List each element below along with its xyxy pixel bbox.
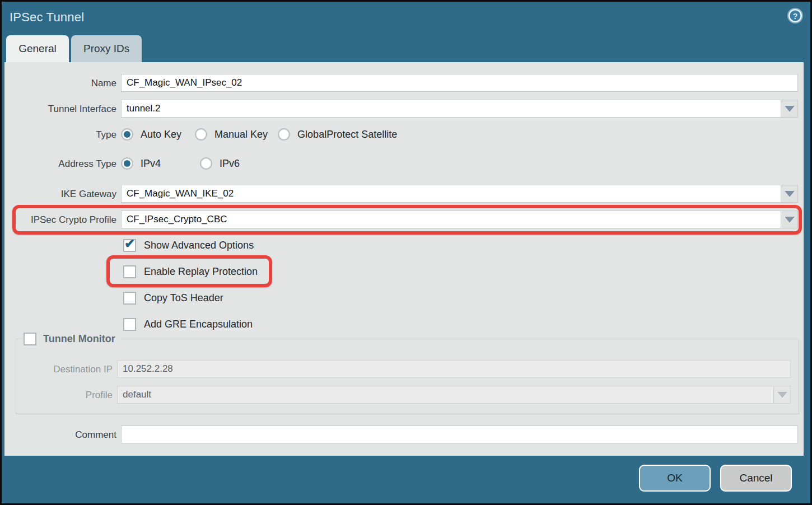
dialog-title: IPSec Tunnel — [10, 10, 801, 25]
show-advanced-options-checkbox[interactable] — [123, 239, 136, 252]
address-type-row: Address Type IPv4 IPv6 — [4, 156, 804, 171]
profile-input[interactable] — [118, 386, 773, 403]
comment-row: Comment — [4, 425, 804, 443]
manual-key-radio[interactable] — [195, 128, 207, 141]
ike-gateway-input[interactable] — [122, 185, 781, 202]
type-row: Type Auto Key Manual Key GlobalProtect S… — [4, 127, 804, 142]
address-type-label: Address Type — [4, 157, 116, 170]
tab-general[interactable]: General — [6, 35, 69, 62]
ike-gateway-field-box — [121, 185, 798, 203]
destination-ip-label: Destination IP — [16, 363, 113, 375]
auto-key-radio[interactable] — [121, 128, 133, 141]
type-option-manual-key: Manual Key — [195, 128, 268, 141]
add-gre-encapsulation: Add GRE Encapsulation — [123, 318, 253, 331]
destination-ip-field-box — [117, 360, 791, 378]
tunnel-interface-row: Tunnel Interface — [4, 100, 804, 118]
copy-tos-header-row: Copy ToS Header — [4, 290, 804, 306]
tunnel-monitor-fieldset: Tunnel Monitor Destination IP Profile — [16, 340, 799, 414]
tunnel-interface-field-box — [121, 100, 798, 118]
enable-replay-protection-checkbox[interactable] — [123, 265, 136, 278]
show-advanced-options: Show Advanced Options — [123, 239, 254, 252]
tunnel-interface-dropdown-button[interactable] — [781, 100, 797, 117]
name-input[interactable] — [122, 74, 797, 91]
cancel-button[interactable]: Cancel — [720, 465, 792, 492]
ipsec-crypto-profile-row: IPSec Crypto Profile — [4, 211, 804, 228]
ipsec-crypto-profile-dropdown-button[interactable] — [781, 211, 797, 228]
tunnel-monitor-label: Tunnel Monitor — [43, 333, 115, 345]
ike-gateway-row: IKE Gateway — [4, 185, 804, 203]
add-gre-encapsulation-row: Add GRE Encapsulation — [4, 316, 804, 332]
tunnel-monitor-legend: Tunnel Monitor — [16, 333, 799, 345]
profile-label: Profile — [16, 389, 113, 401]
show-advanced-options-row: Show Advanced Options — [4, 237, 804, 253]
show-advanced-options-label: Show Advanced Options — [144, 240, 254, 251]
ipsec-crypto-profile-field-box — [121, 211, 798, 228]
tunnel-interface-label: Tunnel Interface — [4, 102, 116, 115]
profile-row: Profile — [16, 386, 799, 404]
chevron-down-icon — [785, 191, 795, 197]
help-icon[interactable]: ? — [787, 7, 804, 24]
address-type-option-ipv6: IPv6 — [200, 157, 240, 170]
comment-input[interactable] — [122, 426, 797, 443]
enable-replay-protection: Enable Replay Protection — [123, 265, 258, 278]
chevron-down-icon — [785, 106, 795, 112]
name-row: Name — [4, 74, 804, 92]
comment-field-box — [121, 425, 798, 443]
dialog-titlebar: IPSec Tunnel ? — [2, 2, 810, 35]
add-gre-encapsulation-label: Add GRE Encapsulation — [144, 319, 253, 330]
type-option-auto-key: Auto Key — [121, 128, 181, 141]
address-type-option-ipv4: IPv4 — [121, 157, 161, 170]
auto-key-label: Auto Key — [141, 129, 181, 141]
comment-label: Comment — [4, 428, 116, 441]
ipv6-radio[interactable] — [200, 157, 212, 170]
copy-tos-header-label: Copy ToS Header — [144, 292, 223, 304]
profile-field-box — [117, 386, 791, 404]
dialog-tabs: General Proxy IDs — [2, 35, 810, 62]
tunnel-interface-input[interactable] — [122, 100, 781, 117]
general-tab-panel: Name Tunnel Interface Type — [4, 62, 804, 456]
ipv4-label: IPv4 — [141, 158, 161, 170]
globalprotect-satellite-radio[interactable] — [278, 128, 290, 141]
svg-text:?: ? — [793, 12, 798, 21]
chevron-down-icon — [777, 392, 787, 398]
add-gre-encapsulation-checkbox[interactable] — [123, 318, 136, 331]
ipv4-radio[interactable] — [121, 157, 133, 170]
chevron-down-icon — [785, 217, 795, 223]
enable-replay-protection-row: Enable Replay Protection — [4, 264, 804, 279]
enable-replay-protection-label: Enable Replay Protection — [144, 266, 258, 278]
type-label: Type — [4, 128, 116, 141]
type-option-globalprotect-satellite: GlobalProtect Satellite — [278, 128, 397, 141]
dialog-footer: OK Cancel — [2, 456, 810, 504]
tab-proxy-ids[interactable]: Proxy IDs — [71, 35, 142, 62]
ok-button[interactable]: OK — [639, 465, 711, 492]
name-label: Name — [4, 77, 116, 89]
ike-gateway-label: IKE Gateway — [4, 188, 116, 200]
tunnel-monitor-checkbox[interactable] — [24, 333, 36, 345]
profile-dropdown-button[interactable] — [773, 386, 790, 403]
copy-tos-header-checkbox[interactable] — [123, 292, 136, 305]
globalprotect-satellite-label: GlobalProtect Satellite — [297, 129, 397, 141]
ike-gateway-dropdown-button[interactable] — [781, 185, 797, 202]
name-field-box — [121, 74, 798, 92]
ipsec-crypto-profile-label: IPSec Crypto Profile — [4, 213, 116, 226]
destination-ip-input[interactable] — [118, 361, 790, 377]
ipsec-tunnel-dialog: IPSec Tunnel ? General Proxy IDs Name — [0, 0, 812, 505]
ipsec-crypto-profile-input[interactable] — [122, 211, 781, 228]
manual-key-label: Manual Key — [214, 129, 268, 141]
ipv6-label: IPv6 — [220, 158, 240, 170]
destination-ip-row: Destination IP — [16, 360, 799, 378]
copy-tos-header: Copy ToS Header — [123, 292, 223, 305]
